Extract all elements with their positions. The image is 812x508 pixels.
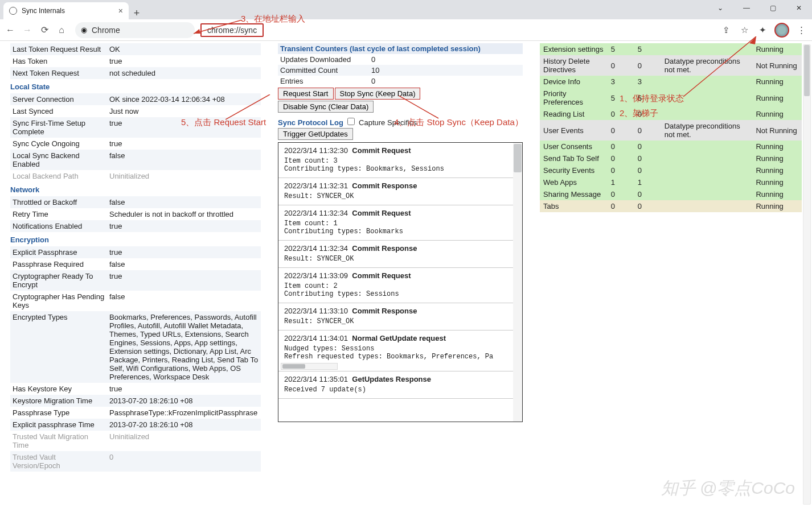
log-entry: 2022/3/14 11:33:09 Commit RequestItem co… bbox=[278, 268, 522, 303]
address-bar[interactable]: ◉ Chrome bbox=[75, 22, 195, 38]
forward-icon[interactable]: → bbox=[22, 25, 33, 35]
trigger-getupdates-button[interactable]: Trigger GetUpdates bbox=[278, 128, 353, 140]
log-title: Commit Response bbox=[352, 181, 417, 190]
page-scrollbar[interactable] bbox=[803, 44, 811, 505]
new-tab-button[interactable]: + bbox=[129, 7, 145, 19]
log-timestamp: 2022/3/14 11:34:01 bbox=[284, 334, 348, 342]
kv-value: true bbox=[107, 139, 261, 148]
minimize-button[interactable]: — bbox=[733, 0, 760, 16]
close-window-button[interactable]: ✕ bbox=[786, 0, 812, 16]
log-title: Commit Request bbox=[352, 209, 411, 217]
kv-row: Last SyncedJust now bbox=[10, 105, 261, 117]
log-scrollbar[interactable] bbox=[513, 143, 522, 422]
chevron-down-icon[interactable]: ⌄ bbox=[707, 0, 733, 16]
kv-key: Local Sync Backend Enabled bbox=[10, 151, 107, 169]
log-body: Received 7 update(s) bbox=[284, 386, 516, 394]
kv-key: Last Token Request Result bbox=[10, 44, 107, 54]
kv-value: OK bbox=[107, 44, 261, 54]
share-icon[interactable]: ⇪ bbox=[720, 25, 732, 35]
extensions-icon[interactable]: ✦ bbox=[756, 25, 769, 35]
log-body: Result: SYNCER_OK bbox=[284, 317, 516, 325]
kv-value: true bbox=[107, 271, 261, 281]
log-title: Normal GetUpdate request bbox=[352, 334, 446, 342]
kv-value: 2013-07-20 18:26:10 +08 bbox=[107, 396, 261, 406]
tab-title: Sync Internals bbox=[22, 7, 65, 15]
counter-key: Updates Downloaded bbox=[280, 55, 371, 64]
kv-row: Has Keystore Keytrue bbox=[10, 383, 261, 395]
address-url[interactable]: chrome://sync bbox=[200, 23, 264, 37]
request-start-button[interactable]: Request Start bbox=[278, 88, 334, 100]
site-info-icon[interactable]: ◉ bbox=[81, 26, 87, 34]
datatype-status-column: Extension settings55RunningHistory Delet… bbox=[540, 43, 802, 506]
log-body: Result: SYNCER_OK bbox=[284, 192, 516, 200]
log-timestamp: 2022/3/14 11:35:01 bbox=[284, 375, 348, 383]
home-icon[interactable]: ⌂ bbox=[56, 25, 67, 35]
kv-value: Scheduler is not in backoff or throttled bbox=[107, 209, 261, 219]
kv-row: Keystore Migration Time2013-07-20 18:26:… bbox=[10, 395, 261, 407]
dt-name: Extension settings bbox=[540, 43, 608, 55]
window-controls: ⌄ — ▢ ✕ bbox=[707, 0, 812, 16]
kv-value: not scheduled bbox=[107, 68, 261, 78]
dt-status: Running bbox=[752, 152, 802, 164]
datatype-row: User Events00Datatype preconditions not … bbox=[540, 120, 802, 141]
dt-status: Running bbox=[752, 76, 802, 88]
kv-row: Trusted Vault Version/Epoch0 bbox=[10, 451, 261, 472]
log-body: Result: SYNCER_OK bbox=[284, 255, 516, 263]
toolbar: ← → ⟳ ⌂ ◉ Chrome chrome://sync ⇪ ☆ ✦ ⋮ bbox=[0, 19, 812, 41]
datatype-row: User Consents00Running bbox=[540, 141, 802, 152]
disable-sync-button[interactable]: Disable Sync (Clear Data) bbox=[278, 101, 374, 113]
kv-row: Explicit passphrase Time2013-07-20 18:26… bbox=[10, 419, 261, 431]
kv-row: Passphrase Requiredfalse bbox=[10, 258, 261, 270]
browser-tab[interactable]: Sync Internals × bbox=[3, 2, 129, 19]
protocol-log[interactable]: 2022/3/14 11:32:30 Commit RequestItem co… bbox=[278, 142, 523, 422]
globe-icon bbox=[9, 7, 17, 15]
log-body: Item count: 2 Contributing types: Sessio… bbox=[284, 282, 516, 298]
kv-value: Just now bbox=[107, 106, 261, 116]
dt-col2: 0 bbox=[634, 188, 661, 200]
close-tab-icon[interactable]: × bbox=[118, 6, 123, 15]
dt-col2: 0 bbox=[634, 120, 661, 141]
dt-col2: 3 bbox=[634, 76, 661, 88]
maximize-button[interactable]: ▢ bbox=[760, 0, 786, 16]
transient-counters-head: Transient Counters (last cycle of last c… bbox=[278, 43, 523, 54]
dt-col2: 0 bbox=[634, 164, 661, 176]
stop-sync-button[interactable]: Stop Sync (Keep Data) bbox=[335, 88, 421, 100]
datatype-row: Send Tab To Self00Running bbox=[540, 152, 802, 164]
log-entry: 2022/3/14 11:32:30 Commit RequestItem co… bbox=[278, 143, 522, 178]
counter-row: Updates Downloaded0 bbox=[278, 54, 523, 65]
dt-col1: 0 bbox=[608, 188, 634, 200]
kv-value: true bbox=[107, 384, 261, 394]
capture-specifics-checkbox[interactable] bbox=[347, 118, 355, 125]
dt-msg bbox=[661, 43, 753, 55]
kv-row: Local Backend PathUninitialized bbox=[10, 170, 261, 182]
dt-status: Not Running bbox=[752, 120, 802, 141]
dt-col1: 0 bbox=[608, 200, 634, 212]
kv-value: false bbox=[107, 197, 261, 207]
counter-value: 0 bbox=[371, 55, 520, 64]
datatype-row: Extension settings55Running bbox=[540, 43, 802, 55]
datatype-row: Sharing Message00Running bbox=[540, 188, 802, 200]
protocol-log-head: Sync Protocol Log bbox=[278, 118, 343, 127]
reload-icon[interactable]: ⟳ bbox=[39, 24, 50, 35]
bookmark-icon[interactable]: ☆ bbox=[738, 25, 751, 35]
back-icon[interactable]: ← bbox=[5, 25, 16, 35]
counter-key: Entries bbox=[280, 77, 371, 85]
kv-row: Passphrase TypePassphraseType::kFrozenIm… bbox=[10, 407, 261, 419]
kv-key: Notifications Enabled bbox=[10, 221, 107, 231]
dt-msg: Datatype preconditions not met. bbox=[661, 55, 753, 76]
dt-msg: Datatype preconditions not met. bbox=[661, 120, 753, 141]
kv-key: Explicit Passphrase bbox=[10, 247, 107, 257]
menu-icon[interactable]: ⋮ bbox=[795, 25, 807, 35]
kv-key: Cryptographer Ready To Encrypt bbox=[10, 271, 107, 290]
dt-col2: 5 bbox=[634, 43, 661, 55]
kv-row: Server ConnectionOK since 2022-03-14 12:… bbox=[10, 93, 261, 105]
kv-row: Cryptographer Has Pending Keysfalse bbox=[10, 291, 261, 311]
kv-value: 0 bbox=[107, 452, 261, 462]
profile-avatar[interactable] bbox=[774, 23, 789, 38]
dt-status: Running bbox=[752, 43, 802, 55]
dt-name: User Consents bbox=[540, 141, 608, 152]
dt-status: Running bbox=[752, 141, 802, 152]
section-encryption: Encryption bbox=[10, 236, 261, 244]
kv-value: false bbox=[107, 151, 261, 160]
h-scrollbar[interactable] bbox=[281, 363, 338, 370]
